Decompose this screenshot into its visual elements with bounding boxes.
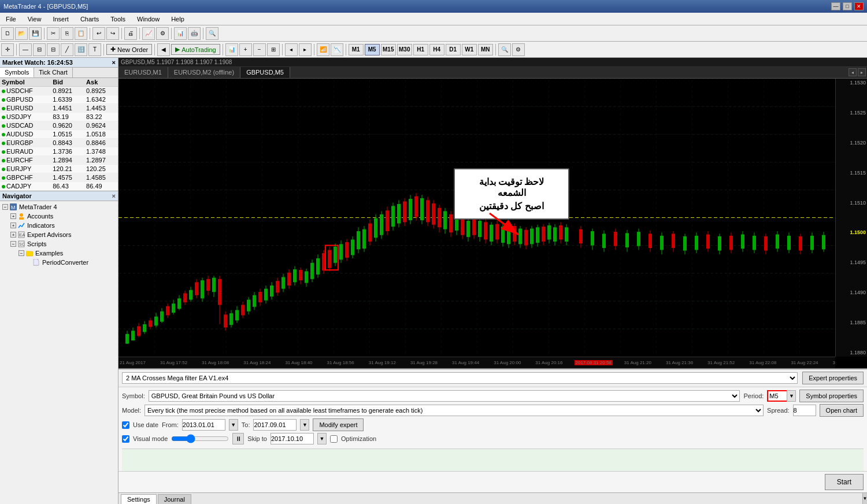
symbol-select[interactable]: GBPUSD, Great Britain Pound vs US Dollar	[149, 390, 740, 402]
search-btn2[interactable]: 🔍	[498, 43, 511, 56]
volume-btn[interactable]: 📶	[317, 43, 329, 56]
period-m30[interactable]: M30	[397, 44, 412, 55]
market-watch-row[interactable]: GBPUSD 1.6339 1.6342	[0, 95, 118, 104]
market-watch-row[interactable]: USDCAD 0.9620 0.9624	[0, 121, 118, 130]
mw-tab-tickchart[interactable]: Tick Chart	[34, 68, 73, 77]
maximize-button[interactable]: □	[843, 2, 852, 10]
open-btn[interactable]: 📂	[15, 27, 28, 40]
cut-btn[interactable]: ✂	[47, 27, 60, 40]
period-h4[interactable]: H4	[429, 44, 444, 55]
paste-btn[interactable]: 📋	[75, 27, 87, 40]
indicator-btn[interactable]: 📊	[174, 27, 187, 40]
speed-slider[interactable]	[171, 435, 229, 443]
model-select[interactable]: Every tick (the most precise method base…	[144, 405, 764, 416]
period-h1[interactable]: H1	[413, 44, 428, 55]
menu-tools[interactable]: Tools	[107, 14, 129, 24]
tree-expand-examples[interactable]: −	[18, 250, 24, 256]
modify-expert-button[interactable]: Modify expert	[313, 418, 364, 431]
menu-help[interactable]: Help	[168, 14, 188, 24]
new-btn[interactable]: 🗋	[1, 27, 14, 40]
open-chart-button[interactable]: Open chart	[820, 404, 864, 417]
market-watch-row[interactable]: EURCHF 1.2894 1.2897	[0, 156, 118, 165]
tree-examples[interactable]: − Examples	[17, 249, 117, 258]
skip-to-input[interactable]	[271, 433, 314, 444]
market-watch-row[interactable]: EURGBP 0.8843 0.8846	[0, 139, 118, 147]
fibline-btn[interactable]: 🔢	[75, 43, 87, 56]
tab-journal[interactable]: Journal	[158, 494, 191, 504]
tree-expand-ea[interactable]: +	[10, 232, 16, 238]
market-watch-row[interactable]: EURUSD 1.4451 1.4453	[0, 104, 118, 113]
ea-dropdown[interactable]: 2 MA Crosses Mega filter EA V1.ex4	[122, 372, 798, 384]
redo-btn[interactable]: ↪	[106, 27, 119, 40]
tree-expert-advisors[interactable]: + EA Expert Advisors	[9, 230, 117, 239]
market-watch-row[interactable]: EURAUD 1.3736 1.3748	[0, 147, 118, 156]
spread-input[interactable]	[793, 405, 816, 416]
scroll-left-btn[interactable]: ◂	[285, 43, 298, 56]
tree-expand-scripts[interactable]: −	[10, 241, 16, 247]
market-watch-row[interactable]: GBPCHF 1.4575 1.4585	[0, 173, 118, 182]
trendline-btn[interactable]: ╱	[61, 43, 73, 56]
zoom-out-btn[interactable]: −	[253, 43, 266, 56]
menu-charts[interactable]: Charts	[77, 14, 102, 24]
period-m5[interactable]: M5	[365, 44, 380, 55]
tab-settings[interactable]: Settings	[121, 494, 157, 504]
market-watch-row[interactable]: USDCHF 0.8921 0.8925	[0, 87, 118, 95]
market-watch-row[interactable]: USDJPY 83.19 83.22	[0, 113, 118, 121]
market-watch-row[interactable]: EURJPY 120.21 120.25	[0, 165, 118, 173]
line-btn[interactable]: —	[19, 43, 32, 56]
chart-tab-eurusd-m1[interactable]: EURUSD,M1	[118, 67, 168, 78]
period-dropdown-button[interactable]: ▼	[787, 390, 796, 402]
vline-btn[interactable]: ⊟	[47, 43, 60, 56]
period-d1[interactable]: D1	[446, 44, 461, 55]
to-date-input[interactable]	[253, 419, 297, 431]
market-watch-close[interactable]: ×	[112, 59, 116, 66]
tree-period-converter[interactable]: PeriodConverter	[25, 258, 117, 267]
tree-expand-root[interactable]: −	[2, 204, 8, 210]
hline-btn[interactable]: ⊟	[33, 43, 46, 56]
panel-collapse-btn[interactable]: ▼	[862, 493, 867, 504]
minimize-button[interactable]: —	[831, 2, 840, 10]
chart-scroll-right[interactable]: ▸	[858, 68, 866, 76]
visual-mode-checkbox[interactable]	[122, 435, 129, 443]
zoom-in-btn[interactable]: +	[239, 43, 252, 56]
menu-insert[interactable]: Insert	[49, 14, 72, 24]
settings-btn[interactable]: ⚙	[512, 43, 525, 56]
skip-to-picker[interactable]: ▼	[317, 433, 327, 444]
period-w1[interactable]: W1	[462, 44, 477, 55]
symbol-properties-button[interactable]: Symbol properties	[799, 390, 864, 402]
menu-window[interactable]: Window	[134, 14, 163, 24]
indicators2-btn[interactable]: 📉	[331, 43, 343, 56]
use-date-checkbox[interactable]	[122, 421, 129, 429]
pause-button[interactable]: ⏸	[232, 433, 244, 444]
menu-view[interactable]: View	[24, 14, 45, 24]
period-mn[interactable]: MN	[478, 44, 493, 55]
levels-btn[interactable]: 📊	[225, 43, 238, 56]
close-button[interactable]: ✕	[854, 2, 864, 10]
start-button[interactable]: Start	[825, 474, 864, 490]
chart-scroll-left[interactable]: ◂	[849, 68, 857, 76]
navigator-close-btn[interactable]: ×	[112, 192, 116, 199]
period-m1[interactable]: M1	[349, 44, 364, 55]
optimization-checkbox[interactable]	[330, 435, 338, 443]
ea-btn[interactable]: 🤖	[188, 27, 201, 40]
tree-scripts[interactable]: − SC Scripts	[9, 239, 117, 249]
tree-accounts[interactable]: + Accounts	[9, 212, 117, 221]
chart-nav-back[interactable]: ◀	[157, 43, 170, 56]
mw-tab-symbols[interactable]: Symbols	[0, 68, 34, 77]
tree-root[interactable]: − M MetaTrader 4	[1, 202, 117, 212]
save-btn[interactable]: 💾	[29, 27, 42, 40]
scroll-right-btn[interactable]: ▸	[299, 43, 312, 56]
menu-file[interactable]: File	[2, 14, 20, 24]
grid-btn[interactable]: ⊞	[267, 43, 280, 56]
new-order-button[interactable]: ✚ New Order	[106, 44, 152, 55]
tree-indicators[interactable]: + Indicators	[9, 221, 117, 230]
chart-tab-eurusd-m2[interactable]: EURUSD,M2 (offline)	[168, 67, 240, 78]
period-m15[interactable]: M15	[381, 44, 396, 55]
market-watch-row[interactable]: CADJPY 86.43 86.49	[0, 182, 118, 191]
chart-plus-btn[interactable]: 📈	[142, 27, 155, 40]
autotrading-button[interactable]: ▶ AutoTrading	[171, 44, 220, 55]
expert-properties-button[interactable]: Expert properties	[802, 372, 864, 384]
to-date-picker[interactable]: ▼	[300, 419, 309, 431]
text-btn[interactable]: T	[88, 43, 101, 56]
search-btn[interactable]: 🔍	[206, 27, 218, 40]
